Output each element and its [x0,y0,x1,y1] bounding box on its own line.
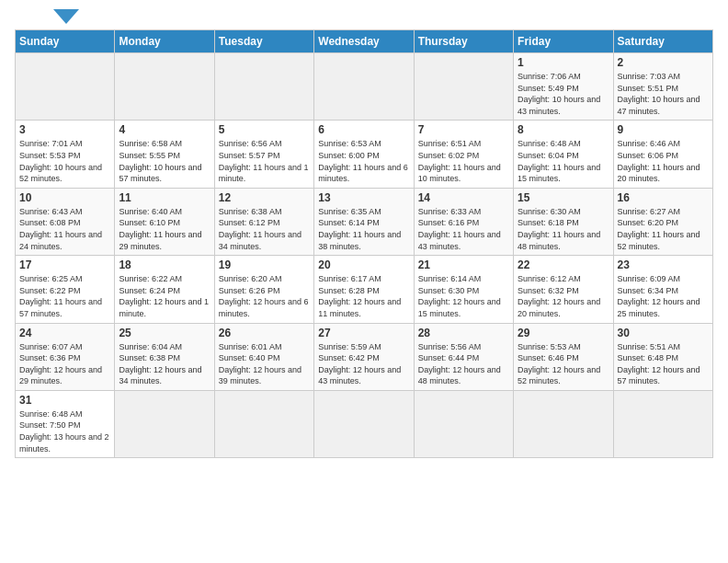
table-row: 6Sunrise: 6:53 AMSunset: 6:00 PMDaylight… [314,121,414,188]
day-number: 9 [618,123,709,136]
table-row [16,53,115,121]
day-info: Sunrise: 6:14 AMSunset: 6:30 PMDaylight:… [418,273,509,319]
table-row [115,53,214,121]
table-row: 20Sunrise: 6:17 AMSunset: 6:28 PMDayligh… [314,256,414,323]
day-number: 31 [19,394,110,407]
day-info: Sunrise: 6:12 AMSunset: 6:32 PMDaylight:… [518,273,609,319]
col-friday: Friday [514,30,613,53]
day-info: Sunrise: 5:51 AMSunset: 6:48 PMDaylight:… [618,341,709,387]
table-row [613,390,712,457]
table-row: 11Sunrise: 6:40 AMSunset: 6:10 PMDayligh… [115,188,214,255]
table-row: 16Sunrise: 6:27 AMSunset: 6:20 PMDayligh… [613,188,712,255]
table-row: 18Sunrise: 6:22 AMSunset: 6:24 PMDayligh… [115,256,214,323]
col-thursday: Thursday [414,30,513,53]
table-row: 12Sunrise: 6:38 AMSunset: 6:12 PMDayligh… [214,188,313,255]
day-number: 5 [219,123,310,136]
day-number: 4 [119,123,210,136]
table-row: 21Sunrise: 6:14 AMSunset: 6:30 PMDayligh… [414,256,513,323]
table-row: 15Sunrise: 6:30 AMSunset: 6:18 PMDayligh… [514,188,613,255]
day-number: 8 [518,123,609,136]
table-row: 5Sunrise: 6:56 AMSunset: 5:57 PMDaylight… [214,121,313,188]
table-row: 9Sunrise: 6:46 AMSunset: 6:06 PMDaylight… [613,121,712,188]
table-row: 19Sunrise: 6:20 AMSunset: 6:26 PMDayligh… [214,256,313,323]
day-info: Sunrise: 5:53 AMSunset: 6:46 PMDaylight:… [518,341,609,387]
table-row [115,390,214,457]
table-row [314,53,414,121]
day-info: Sunrise: 6:01 AMSunset: 6:40 PMDaylight:… [219,341,310,387]
day-number: 16 [618,191,709,204]
table-row: 4Sunrise: 6:58 AMSunset: 5:55 PMDaylight… [115,121,214,188]
table-row [414,53,513,121]
table-row: 28Sunrise: 5:56 AMSunset: 6:44 PMDayligh… [414,323,513,390]
day-info: Sunrise: 6:58 AMSunset: 5:55 PMDaylight:… [119,138,210,184]
day-number: 27 [318,327,409,339]
day-number: 25 [119,327,210,339]
day-number: 21 [418,259,509,271]
table-row: 10Sunrise: 6:43 AMSunset: 6:08 PMDayligh… [16,188,115,255]
day-info: Sunrise: 6:40 AMSunset: 6:10 PMDaylight:… [119,206,210,252]
day-number: 18 [119,259,210,271]
day-info: Sunrise: 7:03 AMSunset: 5:51 PMDaylight:… [618,71,709,117]
day-info: Sunrise: 6:17 AMSunset: 6:28 PMDaylight:… [318,273,409,319]
table-row: 26Sunrise: 6:01 AMSunset: 6:40 PMDayligh… [214,323,313,390]
day-number: 11 [119,191,210,204]
day-info: Sunrise: 7:06 AMSunset: 5:49 PMDaylight:… [518,71,609,117]
day-info: Sunrise: 6:56 AMSunset: 5:57 PMDaylight:… [219,138,310,184]
header [15,11,713,24]
table-row [214,53,313,121]
day-info: Sunrise: 6:07 AMSunset: 6:36 PMDaylight:… [19,341,110,387]
col-wednesday: Wednesday [314,30,414,53]
day-info: Sunrise: 6:33 AMSunset: 6:16 PMDaylight:… [418,206,509,252]
table-row: 17Sunrise: 6:25 AMSunset: 6:22 PMDayligh… [16,256,115,323]
table-row: 22Sunrise: 6:12 AMSunset: 6:32 PMDayligh… [514,256,613,323]
table-row: 7Sunrise: 6:51 AMSunset: 6:02 PMDaylight… [414,121,513,188]
day-number: 24 [19,327,110,339]
table-row [514,390,613,457]
table-row: 14Sunrise: 6:33 AMSunset: 6:16 PMDayligh… [414,188,513,255]
table-row: 3Sunrise: 7:01 AMSunset: 5:53 PMDaylight… [16,121,115,188]
table-row: 27Sunrise: 5:59 AMSunset: 6:42 PMDayligh… [314,323,414,390]
day-number: 7 [418,123,509,136]
day-info: Sunrise: 6:25 AMSunset: 6:22 PMDaylight:… [19,273,110,319]
day-number: 30 [618,327,709,339]
day-number: 15 [518,191,609,204]
day-number: 14 [418,191,509,204]
table-row: 23Sunrise: 6:09 AMSunset: 6:34 PMDayligh… [613,256,712,323]
day-info: Sunrise: 5:56 AMSunset: 6:44 PMDaylight:… [418,341,509,387]
day-number: 19 [219,259,310,271]
day-info: Sunrise: 6:09 AMSunset: 6:34 PMDaylight:… [618,273,709,319]
day-info: Sunrise: 6:48 AMSunset: 7:50 PMDaylight:… [19,408,110,454]
day-number: 26 [219,327,310,339]
table-row: 30Sunrise: 5:51 AMSunset: 6:48 PMDayligh… [613,323,712,390]
col-saturday: Saturday [613,30,712,53]
logo-triangle [53,9,79,24]
day-info: Sunrise: 6:48 AMSunset: 6:04 PMDaylight:… [518,138,609,184]
day-number: 28 [418,327,509,339]
table-row: 24Sunrise: 6:07 AMSunset: 6:36 PMDayligh… [16,323,115,390]
calendar-table: Sunday Monday Tuesday Wednesday Thursday… [15,29,713,458]
day-info: Sunrise: 6:51 AMSunset: 6:02 PMDaylight:… [418,138,509,184]
day-info: Sunrise: 6:04 AMSunset: 6:38 PMDaylight:… [119,341,210,387]
day-number: 22 [518,259,609,271]
day-number: 3 [19,123,110,136]
day-number: 20 [318,259,409,271]
table-row [214,390,313,457]
table-row: 25Sunrise: 6:04 AMSunset: 6:38 PMDayligh… [115,323,214,390]
day-number: 12 [219,191,310,204]
day-info: Sunrise: 6:35 AMSunset: 6:14 PMDaylight:… [318,206,409,252]
day-number: 23 [618,259,709,271]
day-number: 1 [518,56,609,69]
day-info: Sunrise: 5:59 AMSunset: 6:42 PMDaylight:… [318,341,409,387]
day-info: Sunrise: 6:30 AMSunset: 6:18 PMDaylight:… [518,206,609,252]
day-info: Sunrise: 6:46 AMSunset: 6:06 PMDaylight:… [618,138,709,184]
col-monday: Monday [115,30,214,53]
calendar-page: Sunday Monday Tuesday Wednesday Thursday… [0,0,728,465]
table-row [414,390,513,457]
table-row: 8Sunrise: 6:48 AMSunset: 6:04 PMDaylight… [514,121,613,188]
table-row: 1Sunrise: 7:06 AMSunset: 5:49 PMDaylight… [514,53,613,121]
col-tuesday: Tuesday [214,30,313,53]
day-number: 13 [318,191,409,204]
day-info: Sunrise: 6:38 AMSunset: 6:12 PMDaylight:… [219,206,310,252]
day-info: Sunrise: 6:43 AMSunset: 6:08 PMDaylight:… [19,206,110,252]
day-number: 2 [618,56,709,69]
